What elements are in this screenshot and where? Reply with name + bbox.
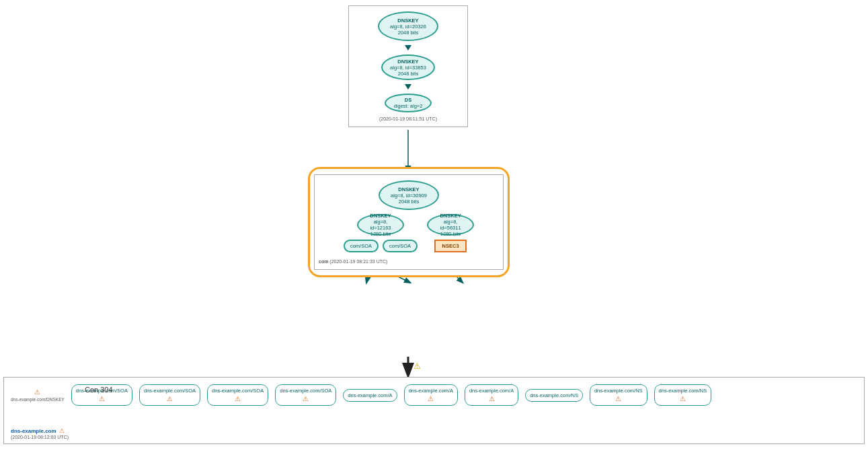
soa-bottom-4-label: dns-example.com/SOA <box>280 388 331 394</box>
com-label: com <box>319 259 328 264</box>
ns-bottom-2-label: dns-example.com/NS <box>594 388 643 394</box>
right-col: DNSKEY alg=8, id=56311 1280 bits NSEC3 <box>427 214 474 252</box>
a-bottom-2[interactable]: dns-example.com/A ⚠ <box>404 384 458 406</box>
ns-bottom-3[interactable]: dns-example.com/NS ⚠ <box>654 384 712 406</box>
a-2-warning: ⚠ <box>428 395 434 402</box>
soa-right-node[interactable]: com/SOA <box>383 240 418 252</box>
a-bottom-2-label: dns-example.com/A <box>409 388 453 394</box>
top-zone: DNSKEY alg=8, id=20326 2048 bits DNSKEY … <box>348 5 468 127</box>
dnskey-top-2-bits: 2048 bits <box>398 71 418 77</box>
dnskey-com-3-bits: 1280 bits <box>440 231 461 237</box>
a-bottom-3-label: dns-example.com/A <box>469 388 514 394</box>
com-zone-label: com (2020-01-19 08:21:33 UTC) <box>319 259 387 264</box>
a-bottom-1[interactable]: dns-example.com/A <box>343 389 397 402</box>
bottom-zone: ⚠ dns-example.com/DNSKEY dns-example.com… <box>3 377 865 444</box>
ns-bottom-1-label: dns-example.com/NS <box>530 392 578 398</box>
com-timestamp: (2020-01-19 08:21:33 UTC) <box>329 259 387 264</box>
dnskey-top-2-node[interactable]: DNSKEY alg=8, id=33853 2048 bits <box>381 55 435 80</box>
dnskey-com-3-node[interactable]: DNSKEY alg=8, id=56311 1280 bits <box>427 214 474 236</box>
inner-box: DNSKEY alg=8, id=30909 2048 bits DNSKEY … <box>314 174 504 270</box>
ds-detail: digest: alg=2 <box>394 103 423 109</box>
dnskey-com-1-detail: alg=8, id=30909 <box>391 192 427 199</box>
soa-bottom-3-label: dns-example.com/SOA <box>212 388 264 394</box>
dnskey-com-2-title: DNSKEY <box>370 213 391 219</box>
top-zone-timestamp: (2020-01-19 08:11:51 UTC) <box>379 116 437 121</box>
dns-example-label: dns-example.com <box>11 428 56 434</box>
dnskey-top-1-node[interactable]: DNSKEY alg=8, id=20326 2048 bits <box>378 11 438 41</box>
com-dnskey-row: DNSKEY alg=8, id=12163 1280 bits com/SOA… <box>344 214 474 252</box>
a-3-warning: ⚠ <box>489 395 495 402</box>
dnskey-com-3-title: DNSKEY <box>440 213 461 219</box>
ns-3-warning: ⚠ <box>680 395 686 402</box>
soa-bottom-2-label: dns-example.com/SOA <box>144 388 196 394</box>
soa-left-node[interactable]: com/SOA <box>344 240 379 252</box>
dnskey-com-2-bits: 1280 bits <box>370 231 391 237</box>
svg-text:⚠: ⚠ <box>413 361 421 371</box>
dnskey-top-1-detail: alg=8, id=20326 <box>390 24 426 30</box>
dnskey-com-1-title: DNSKEY <box>398 186 419 192</box>
soa-bottom-4[interactable]: dns-example.com/SOA ⚠ <box>275 384 336 406</box>
ns-bottom-2[interactable]: dns-example.com/NS ⚠ <box>590 384 647 406</box>
a-bottom-3[interactable]: dns-example.com/A ⚠ <box>465 384 518 406</box>
soa-bottom-3[interactable]: dns-example.com/SOA ⚠ <box>207 384 268 406</box>
dns-example-timestamp: (2020-01-19 08:12:00 UTC) <box>11 435 69 439</box>
left-col: DNSKEY alg=8, id=12163 1280 bits com/SOA… <box>344 214 418 252</box>
dnskey-com-2-detail: alg=8, id=12163 <box>364 219 397 231</box>
soa-bottom-2[interactable]: dns-example.com/SOA ⚠ <box>139 384 200 406</box>
arrow-2 <box>405 84 411 90</box>
dnskey-warning-icon: ⚠ <box>34 388 40 396</box>
middle-zone: DNSKEY alg=8, id=30909 2048 bits DNSKEY … <box>308 167 510 277</box>
ds-top-node[interactable]: DS digest: alg=2 <box>385 94 432 112</box>
dnskey-top-2-detail: alg=8, id=33853 <box>390 65 426 71</box>
bottom-zone-label: dns-example.com ⚠ (2020-01-19 08:12:00 U… <box>11 427 69 439</box>
ns-bottom-3-label: dns-example.com/NS <box>659 388 707 394</box>
dnskey-com-2-node[interactable]: DNSKEY alg=8, id=12163 1280 bits <box>357 214 404 236</box>
dnskey-com-1-node[interactable]: DNSKEY alg=8, id=30909 2048 bits <box>379 180 439 210</box>
dnskey-top-2-title: DNSKEY <box>397 59 418 65</box>
dnskey-com-1-bits: 2048 bits <box>399 199 419 205</box>
ds-title: DS <box>405 97 411 103</box>
dnskey-com-3-detail: alg=8, id=56311 <box>434 219 467 231</box>
con-304-label: Con 304 <box>85 386 113 394</box>
arrow-1 <box>405 45 411 50</box>
ns-bottom-1[interactable]: dns-example.com/NS <box>525 389 583 402</box>
a-bottom-1-label: dns-example.com/A <box>348 392 392 398</box>
nsec3-node[interactable]: NSEC3 <box>434 240 467 252</box>
bottom-nodes-row: ⚠ dns-example.com/DNSKEY dns-example.com… <box>11 384 857 406</box>
ns-2-warning: ⚠ <box>615 395 621 402</box>
main-canvas: ⚠ DNSKEY alg=8, id=20326 2048 bits DNSKE… <box>0 0 868 461</box>
soa-4-warning: ⚠ <box>303 395 309 402</box>
dnskey-top-1-bits: 2048 bits <box>398 30 418 36</box>
dns-example-warning: ⚠ <box>59 427 65 434</box>
dnskey-label-text: dns-example.com/DNSKEY <box>11 397 65 402</box>
dnskey-top-1-title: DNSKEY <box>397 17 418 24</box>
soa-2-warning: ⚠ <box>167 395 173 402</box>
dnskey-bottom-label[interactable]: ⚠ dns-example.com/DNSKEY <box>11 388 65 402</box>
soa-1-warning: ⚠ <box>99 395 105 402</box>
soa-3-warning: ⚠ <box>235 395 241 402</box>
